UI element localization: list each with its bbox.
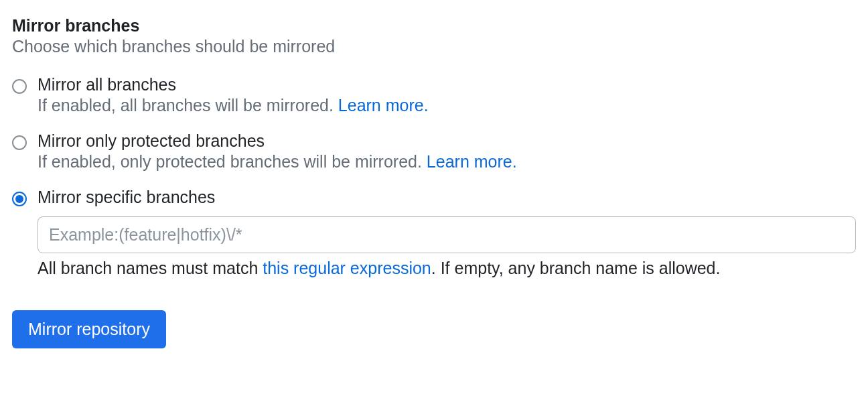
radio-mirror-all[interactable] <box>12 79 27 94</box>
helper-text: All branch names must match this regular… <box>38 259 856 278</box>
radio-label-all[interactable]: Mirror all branches <box>38 75 856 94</box>
helper-before: All branch names must match <box>38 259 263 277</box>
option-body: Mirror all branches If enabled, all bran… <box>38 75 856 115</box>
branch-regex-input[interactable] <box>38 216 856 253</box>
mirror-repository-button[interactable]: Mirror repository <box>12 310 166 348</box>
radio-desc-all: If enabled, all branches will be mirrore… <box>38 96 429 115</box>
desc-text: If enabled, all branches will be mirrore… <box>38 96 338 115</box>
radio-mirror-specific[interactable] <box>12 192 27 206</box>
option-body: Mirror only protected branches If enable… <box>38 131 856 172</box>
learn-more-link-all[interactable]: Learn more. <box>338 96 429 115</box>
radio-label-specific[interactable]: Mirror specific branches <box>38 188 856 207</box>
section-title: Mirror branches <box>12 16 856 36</box>
radio-mirror-protected[interactable] <box>12 135 27 150</box>
option-mirror-all: Mirror all branches If enabled, all bran… <box>12 75 856 115</box>
radio-desc-protected: If enabled, only protected branches will… <box>38 152 517 171</box>
option-mirror-protected: Mirror only protected branches If enable… <box>12 131 856 172</box>
desc-text: If enabled, only protected branches will… <box>38 152 427 171</box>
option-mirror-specific: Mirror specific branches All branch name… <box>12 188 856 278</box>
regex-help-link[interactable]: this regular expression <box>263 259 431 277</box>
option-body: Mirror specific branches All branch name… <box>38 188 856 278</box>
section-subtitle: Choose which branches should be mirrored <box>12 37 856 56</box>
learn-more-link-protected[interactable]: Learn more. <box>427 152 517 171</box>
helper-after: . If empty, any branch name is allowed. <box>431 259 721 277</box>
mirror-options: Mirror all branches If enabled, all bran… <box>12 75 856 278</box>
radio-label-protected[interactable]: Mirror only protected branches <box>38 131 856 151</box>
